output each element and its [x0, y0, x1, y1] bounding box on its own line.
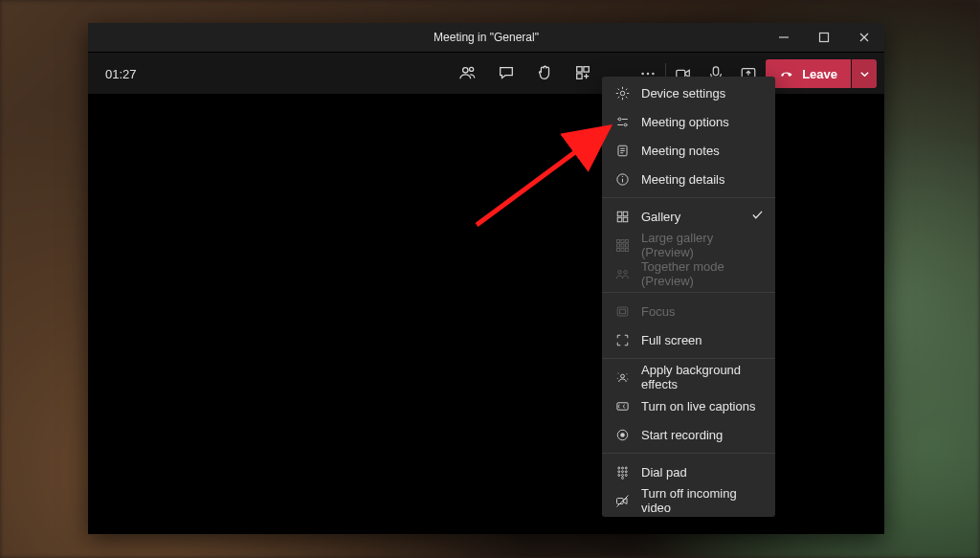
svg-point-57: [618, 470, 620, 472]
svg-rect-41: [626, 248, 629, 251]
menu-background-effects[interactable]: Apply background effects: [602, 363, 775, 391]
menu-label: Apply background effects: [641, 363, 762, 391]
svg-rect-44: [617, 307, 628, 316]
svg-point-16: [618, 118, 621, 121]
menu-label: Turn on live captions: [641, 399, 755, 413]
svg-point-15: [620, 91, 625, 96]
svg-rect-45: [620, 309, 626, 314]
menu-label: Meeting details: [641, 172, 724, 187]
svg-point-54: [618, 467, 620, 469]
menu-focus: Focus: [602, 297, 775, 325]
menu-separator: [602, 197, 775, 198]
menu-label: Turn off incoming video: [641, 486, 762, 515]
window-title: Meeting in "General": [434, 31, 539, 44]
svg-rect-33: [617, 239, 620, 242]
svg-rect-8: [577, 73, 582, 78]
svg-point-62: [625, 474, 627, 476]
menu-label: Device settings: [641, 86, 725, 100]
menu-separator: [602, 292, 775, 293]
people-icon[interactable]: [459, 64, 477, 84]
svg-rect-30: [623, 212, 628, 216]
more-actions-menu: Device settings Meeting options Meeting …: [602, 77, 775, 517]
breakout-rooms-icon[interactable]: [574, 64, 591, 84]
svg-point-4: [463, 67, 468, 72]
minimize-button[interactable]: [764, 23, 804, 52]
menu-meeting-notes[interactable]: Meeting notes: [602, 136, 775, 165]
svg-point-58: [622, 470, 624, 472]
svg-point-60: [618, 474, 620, 476]
svg-point-5: [470, 67, 474, 71]
svg-point-53: [620, 433, 625, 437]
svg-point-9: [641, 73, 644, 76]
svg-rect-32: [623, 217, 628, 222]
svg-rect-37: [621, 244, 624, 247]
maximize-button[interactable]: [804, 23, 844, 52]
menu-turn-off-incoming-video[interactable]: Turn off incoming video: [602, 486, 775, 515]
call-timer: 01:27: [105, 67, 137, 81]
menu-full-screen[interactable]: Full screen: [602, 325, 775, 354]
leave-dropdown[interactable]: [852, 59, 877, 88]
svg-point-42: [618, 270, 621, 273]
leave-button[interactable]: Leave: [766, 59, 851, 88]
svg-rect-38: [626, 244, 629, 247]
svg-point-28: [622, 175, 623, 176]
svg-rect-34: [621, 239, 624, 242]
menu-large-gallery: Large gallery (Preview): [602, 231, 775, 259]
menu-dial-pad[interactable]: Dial pad: [602, 458, 775, 486]
leave-label: Leave: [802, 67, 837, 81]
check-icon: [751, 209, 764, 224]
menu-separator: [602, 453, 775, 454]
svg-rect-29: [617, 212, 622, 216]
svg-point-48: [626, 373, 627, 374]
svg-point-63: [622, 477, 624, 479]
svg-rect-39: [617, 248, 620, 251]
menu-label: Full screen: [641, 333, 702, 347]
menu-label: Gallery: [641, 210, 680, 224]
menu-gallery[interactable]: Gallery: [602, 202, 775, 231]
menu-live-captions[interactable]: Turn on live captions: [602, 391, 775, 420]
svg-rect-7: [584, 66, 589, 71]
toolbar-center-icons: [459, 53, 591, 95]
titlebar: Meeting in "General": [88, 23, 884, 52]
menu-label: Dial pad: [641, 465, 687, 480]
svg-point-46: [621, 374, 625, 378]
menu-label: Focus: [641, 304, 675, 319]
menu-together-mode: Together mode (Preview): [602, 259, 775, 288]
svg-point-56: [625, 467, 627, 469]
svg-point-55: [622, 467, 624, 469]
menu-separator: [602, 358, 775, 359]
svg-rect-40: [621, 248, 624, 251]
menu-start-recording[interactable]: Start recording: [602, 420, 775, 449]
svg-point-47: [617, 372, 618, 373]
svg-point-59: [625, 470, 627, 472]
leave-button-group: Leave: [766, 59, 877, 88]
svg-point-43: [624, 270, 627, 273]
svg-point-19: [624, 123, 627, 126]
svg-point-61: [622, 474, 624, 476]
menu-device-settings[interactable]: Device settings: [602, 78, 775, 107]
svg-point-11: [652, 73, 655, 76]
menu-label: Start recording: [641, 428, 723, 442]
menu-label: Together mode (Preview): [641, 259, 762, 288]
svg-rect-36: [617, 244, 620, 247]
svg-point-49: [627, 378, 628, 379]
menu-meeting-options[interactable]: Meeting options: [602, 107, 775, 136]
svg-point-50: [617, 377, 618, 378]
menu-label: Meeting notes: [641, 144, 720, 158]
menu-meeting-details[interactable]: Meeting details: [602, 165, 775, 193]
raise-hand-icon[interactable]: [536, 64, 553, 84]
window-controls: [764, 23, 884, 52]
svg-point-10: [647, 73, 650, 76]
svg-rect-6: [577, 66, 582, 71]
svg-rect-35: [626, 239, 629, 242]
menu-label: Large gallery (Preview): [641, 231, 762, 259]
svg-rect-1: [820, 33, 829, 42]
svg-rect-13: [713, 67, 718, 76]
svg-rect-31: [617, 217, 622, 222]
close-button[interactable]: [844, 23, 884, 52]
chat-icon[interactable]: [498, 64, 515, 84]
menu-label: Meeting options: [641, 115, 729, 129]
